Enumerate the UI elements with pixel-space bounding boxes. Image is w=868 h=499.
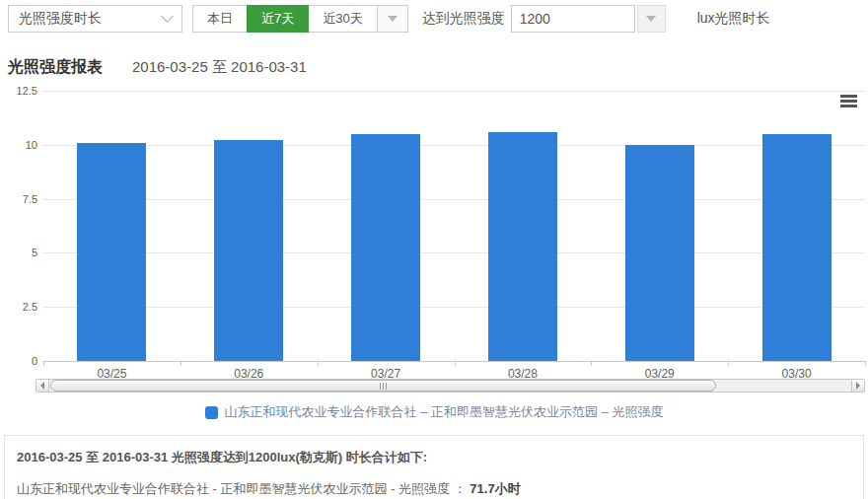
bar-03/27[interactable] xyxy=(351,134,420,361)
threshold-dropdown-button[interactable] xyxy=(637,5,666,33)
bar-03/26[interactable] xyxy=(214,140,283,361)
chart-horizontal-scrollbar xyxy=(36,379,865,392)
bar-03/25[interactable] xyxy=(77,143,146,361)
range-button-last7days[interactable]: 近7天 xyxy=(247,5,309,33)
y-axis-tick-label: 7.5 xyxy=(0,193,37,205)
light-intensity-report-page: 光照强度时长 本日 近7天 近30天 达到光照强度 lux光照时长 光照强度报表… xyxy=(0,5,868,499)
date-range-text: 2016-03-25 至 2016-03-31 xyxy=(132,58,307,77)
legend-series-label: 山东正和现代农业专业合作联合社 – 正和即墨智慧光伏农业示范园 – 光照强度 xyxy=(225,403,664,421)
scrollbar-left-arrow-button[interactable] xyxy=(36,380,49,392)
y-gridline xyxy=(43,145,865,146)
legend-series-swatch xyxy=(205,406,218,419)
threshold-label: 达到光照强度 xyxy=(422,10,505,28)
x-axis-tick xyxy=(181,361,181,366)
range-button-last30days[interactable]: 近30天 xyxy=(308,5,377,33)
bar-03/28[interactable] xyxy=(488,132,557,361)
bar-03/30[interactable] xyxy=(762,134,832,361)
chevron-down-icon xyxy=(161,10,174,23)
report-header: 光照强度报表 2016-03-25 至 2016-03-31 xyxy=(8,57,868,78)
caret-down-icon xyxy=(646,16,656,22)
date-range-button-group: 本日 近7天 近30天 xyxy=(192,5,408,33)
threshold-combo xyxy=(511,5,666,33)
x-axis-tick xyxy=(455,361,456,366)
x-axis-tick xyxy=(865,361,866,366)
page-title: 光照强度报表 xyxy=(8,57,103,78)
threshold-input[interactable] xyxy=(511,5,635,33)
y-axis-tick-label: 12.5 xyxy=(0,85,37,97)
x-axis-tick xyxy=(43,361,44,366)
y-gridline xyxy=(43,252,865,253)
bar-chart: 02.557.51012.503/2503/2603/2703/2803/290… xyxy=(0,83,868,377)
scrollbar-grip-icon xyxy=(383,383,384,390)
y-axis-tick-label: 2.5 xyxy=(0,301,37,313)
arrow-left-icon xyxy=(40,382,44,390)
y-axis-tick-label: 0 xyxy=(0,355,37,367)
range-button-today[interactable]: 本日 xyxy=(192,5,248,33)
legend-item[interactable]: 山东正和现代农业专业合作联合社 – 正和即墨智慧光伏农业示范园 – 光照强度 xyxy=(205,403,664,421)
summary-series-name: 山东正和现代农业专业合作联合社 - 正和即墨智慧光伏农业示范园 - 光照强度 ： xyxy=(17,481,470,496)
report-type-select[interactable]: 光照强度时长 xyxy=(8,5,182,33)
unit-label: lux光照时长 xyxy=(697,10,770,28)
arrow-right-icon xyxy=(856,382,860,390)
y-gridline xyxy=(43,199,865,200)
scrollbar-thumb[interactable] xyxy=(50,380,716,392)
summary-heading: 2016-03-25 至 2016-03-31 光照强度达到1200lux(勒克… xyxy=(17,449,851,466)
range-more-dropdown-button[interactable] xyxy=(377,5,408,33)
bar-03/29[interactable] xyxy=(625,145,694,361)
scrollbar-track[interactable] xyxy=(49,380,851,392)
report-type-selected-value: 光照强度时长 xyxy=(19,10,102,28)
caret-down-icon xyxy=(388,16,398,22)
x-axis-tick xyxy=(728,361,729,366)
summary-total-value: 71.7小时 xyxy=(470,481,520,496)
hamburger-menu-icon xyxy=(840,95,857,98)
x-axis-tick xyxy=(318,361,319,366)
summary-panel: 2016-03-25 至 2016-03-31 光照强度达到1200lux(勒克… xyxy=(4,435,864,499)
chart-legend: 山东正和现代农业专业合作联合社 – 正和即墨智慧光伏农业示范园 – 光照强度 xyxy=(0,403,868,422)
toolbar: 光照强度时长 本日 近7天 近30天 达到光照强度 lux光照时长 xyxy=(8,5,868,33)
y-axis-tick-label: 10 xyxy=(0,139,37,151)
x-axis-tick xyxy=(591,361,592,366)
y-axis-tick-label: 5 xyxy=(0,247,37,258)
scrollbar-right-arrow-button[interactable] xyxy=(851,380,864,392)
summary-total-row: 山东正和现代农业专业合作联合社 - 正和即墨智慧光伏农业示范园 - 光照强度 ：… xyxy=(17,480,851,498)
y-gridline xyxy=(43,91,865,92)
y-gridline xyxy=(43,307,865,308)
chart-export-menu-button[interactable] xyxy=(838,93,859,109)
